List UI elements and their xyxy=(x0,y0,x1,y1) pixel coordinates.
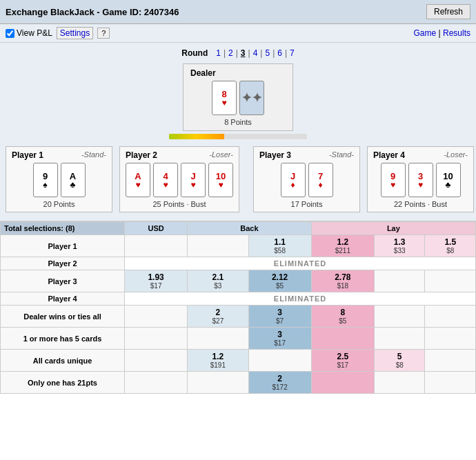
player-1-name: Player 1 xyxy=(12,150,43,160)
cell-back-1.93[interactable]: 1.93 $17 xyxy=(125,270,188,292)
round-tab-1[interactable]: 1 xyxy=(216,48,221,58)
round-tab-2[interactable]: 2 xyxy=(228,48,233,58)
cell-back-2.1[interactable]: 2.1 $3 xyxy=(188,270,248,292)
cell-back-2[interactable]: 2 $27 xyxy=(188,306,248,328)
cell-back-1.2[interactable]: 1.2 $191 xyxy=(188,350,248,372)
player-4-header: Player 4 -Loser- xyxy=(373,150,468,160)
player-2-card-3: J ♥ xyxy=(181,163,206,197)
cell-empty xyxy=(188,372,248,394)
cell-lay-1.2[interactable]: 1.2 $211 xyxy=(311,235,374,257)
table-row: Dealer wins or ties all 2 $27 3 $7 8 $5 xyxy=(1,306,476,328)
dealer-card-2: ✦✦ xyxy=(239,81,264,115)
player-4-eliminated: ELIMINATED xyxy=(125,292,476,306)
player-1-header: Player 1 -Stand- xyxy=(12,150,106,160)
dealer-wins-label: Dealer wins or ties all xyxy=(1,306,125,328)
table-row: Player 1 1.1 $58 1.2 $211 1.3 $33 1.5 $8 xyxy=(1,235,476,257)
cell-lay-21[interactable] xyxy=(311,372,374,394)
player-1-box: Player 1 -Stand- 9 ♠ A ♣ 20 Points xyxy=(6,146,112,212)
player-2-card-1: A ♥ xyxy=(126,163,150,197)
player-4-card-1: 9 ♥ xyxy=(381,163,406,197)
player-3-row-label: Player 3 xyxy=(1,270,125,292)
player-3-cards: J ♦ 7 ♦ xyxy=(259,163,354,197)
player-2-cards: A ♥ 4 ♥ J ♥ 10 ♥ xyxy=(126,163,233,197)
five-cards-label: 1 or more has 5 cards xyxy=(1,328,125,350)
round-tab-3[interactable]: 3 xyxy=(241,48,246,58)
cell-back-1.1[interactable]: 1.1 $58 xyxy=(248,235,311,257)
dealer-label: Dealer xyxy=(190,68,286,78)
view-pnl-checkbox[interactable]: View P&L xyxy=(6,28,52,38)
player-3-status: -Stand- xyxy=(329,150,354,160)
player-2-eliminated: ELIMINATED xyxy=(125,257,476,270)
unique-cards-label: All cards unique xyxy=(1,350,125,372)
player-2-header: Player 2 -Loser- xyxy=(126,150,233,160)
cell-empty xyxy=(248,350,311,372)
player-1-card-1: 9 ♠ xyxy=(33,163,58,197)
player-3-header: Player 3 -Stand- xyxy=(259,150,354,160)
table-row: 1 or more has 5 cards 3 $17 xyxy=(1,328,476,350)
cell-empty xyxy=(425,328,476,350)
cell-lay-2.5[interactable]: 2.5 $17 xyxy=(311,350,374,372)
player-4-card-3: 10 ♣ xyxy=(436,163,461,197)
cell-empty xyxy=(125,235,188,257)
player-3-card-2: 7 ♦ xyxy=(308,163,333,197)
cell-empty xyxy=(125,372,188,394)
table-row: Player 2 ELIMINATED xyxy=(1,257,476,270)
cell-back-2b[interactable]: 2 $172 xyxy=(248,372,311,394)
cell-lay-2.78[interactable]: 2.78 $18 xyxy=(311,270,374,292)
cell-empty xyxy=(374,270,425,292)
table-row: Player 3 1.93 $17 2.1 $3 2.12 $5 2.78 $1… xyxy=(1,270,476,292)
settings-link[interactable]: Settings xyxy=(57,27,93,39)
table-row: Player 4 ELIMINATED xyxy=(1,292,476,306)
player-2-box: Player 2 -Loser- A ♥ 4 ♥ J ♥ xyxy=(119,146,239,212)
page-title: Exchange BlackJack - Game ID: 2407346 xyxy=(6,7,179,17)
dealer-section: Dealer 8 ♥ ✦✦ 8 Points xyxy=(6,63,470,139)
player-2-card-2: 4 ♥ xyxy=(153,163,178,197)
cell-lay-5[interactable]: 5 $8 xyxy=(374,350,425,372)
progress-bar-fill xyxy=(169,134,224,139)
game-link[interactable]: Game xyxy=(413,28,436,38)
game-area: Round 1 | 2 | 3 | 4 | 5 | 6 | 7 Dealer 8… xyxy=(0,43,476,221)
view-pnl-label: View P&L xyxy=(17,28,52,38)
player-3-points: 17 Points xyxy=(259,200,354,208)
player-4-name: Player 4 xyxy=(373,150,405,160)
dealer-box: Dealer 8 ♥ ✦✦ 8 Points xyxy=(183,63,293,131)
cell-lay-5cards[interactable] xyxy=(311,328,374,350)
round-tab-7[interactable]: 7 xyxy=(290,48,295,58)
cell-empty xyxy=(425,270,476,292)
cell-back-2.12[interactable]: 2.12 $5 xyxy=(248,270,311,292)
round-tab-5[interactable]: 5 xyxy=(265,48,270,58)
cell-lay-1.5[interactable]: 1.5 $8 xyxy=(425,235,476,257)
cell-lay-1.3[interactable]: 1.3 $33 xyxy=(374,235,425,257)
cell-empty xyxy=(188,235,248,257)
header-selections: Total selections: (8) xyxy=(1,222,125,235)
player-1-status: -Stand- xyxy=(81,150,106,160)
refresh-button[interactable]: Refresh xyxy=(426,4,470,19)
cell-empty xyxy=(425,350,476,372)
cell-back-3b[interactable]: 3 $17 xyxy=(248,328,311,350)
cell-lay-8[interactable]: 8 $5 xyxy=(311,306,374,328)
round-tab-4[interactable]: 4 xyxy=(253,48,258,58)
betting-table: Total selections: (8) USD Back Lay Playe… xyxy=(0,221,476,394)
middle-players: Player 2 -Loser- A ♥ 4 ♥ J ♥ xyxy=(112,146,367,212)
cell-back-3[interactable]: 3 $7 xyxy=(248,306,311,328)
round-tab-6[interactable]: 6 xyxy=(277,48,282,58)
table-header-row: Total selections: (8) USD Back Lay xyxy=(1,222,476,235)
player-3-box: Player 3 -Stand- J ♦ 7 ♦ 17 Points xyxy=(253,146,360,212)
cell-empty xyxy=(188,328,248,350)
dealer-cards: 8 ♥ ✦✦ xyxy=(190,81,286,115)
player-2-row-label: Player 2 xyxy=(1,257,125,270)
table-row: All cards unique 1.2 $191 2.5 $17 5 $8 xyxy=(1,350,476,372)
player-4-cards: 9 ♥ 3 ♥ 10 ♣ xyxy=(373,163,468,197)
help-button[interactable]: ? xyxy=(97,28,110,39)
header-back: Back xyxy=(188,222,312,235)
dealer-card-1: 8 ♥ xyxy=(212,81,237,115)
player-2-points: 25 Points · Bust xyxy=(126,200,233,208)
player-2-name: Player 2 xyxy=(126,150,157,160)
cell-empty xyxy=(374,328,425,350)
cell-empty xyxy=(425,306,476,328)
player-4-box: Player 4 -Loser- 9 ♥ 3 ♥ 10 ♣ 22 Points … xyxy=(367,146,474,212)
results-link[interactable]: Results xyxy=(443,28,470,38)
player-1-card-2: A ♣ xyxy=(61,163,86,197)
pnl-checkbox-input[interactable] xyxy=(6,29,14,38)
players-layout: Player 1 -Stand- 9 ♠ A ♣ 20 Points Playe xyxy=(6,146,470,212)
